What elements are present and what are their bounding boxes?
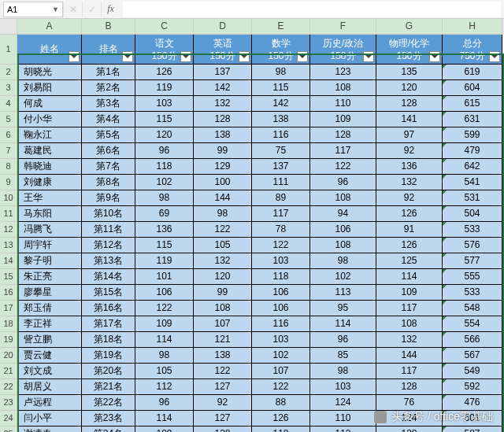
cell-name[interactable]: 卢远程 bbox=[17, 395, 82, 411]
cell-score[interactable]: 548 bbox=[443, 301, 502, 316]
cell-rank[interactable]: 第19名 bbox=[82, 348, 135, 364]
cell-score[interactable]: 96 bbox=[310, 332, 376, 348]
row-header[interactable]: 19 bbox=[0, 332, 17, 348]
cell-score[interactable]: 97 bbox=[376, 127, 443, 143]
cell-score[interactable]: 126 bbox=[376, 238, 443, 253]
cell-score[interactable]: 103 bbox=[252, 253, 310, 269]
cell-score[interactable]: 111 bbox=[252, 175, 310, 190]
cell-score[interactable]: 109 bbox=[135, 426, 194, 432]
cell-score[interactable]: 99 bbox=[194, 285, 252, 301]
cell-name[interactable]: 王华 bbox=[17, 190, 82, 206]
column-title[interactable]: 物理/化学150分 bbox=[376, 35, 443, 65]
cell-name[interactable]: 何成 bbox=[17, 96, 82, 112]
cell-score[interactable]: 107 bbox=[194, 316, 252, 332]
cell-score[interactable]: 108 bbox=[310, 190, 376, 206]
column-header[interactable]: D bbox=[194, 19, 252, 35]
cell-score[interactable]: 88 bbox=[252, 395, 310, 411]
row-header[interactable]: 4 bbox=[0, 96, 17, 112]
column-title[interactable]: 英语150分 bbox=[194, 35, 252, 65]
filter-dropdown-icon[interactable] bbox=[180, 51, 191, 62]
cell-name[interactable]: 鞠永江 bbox=[17, 127, 82, 143]
cell-score[interactable]: 124 bbox=[310, 395, 376, 411]
cell-name[interactable]: 胡居义 bbox=[17, 379, 82, 395]
row-header[interactable]: 5 bbox=[0, 112, 17, 127]
cell-score[interactable]: 105 bbox=[194, 238, 252, 253]
cell-score[interactable]: 144 bbox=[376, 348, 443, 364]
cell-score[interactable]: 102 bbox=[310, 269, 376, 285]
cell-score[interactable]: 128 bbox=[194, 112, 252, 127]
row-header[interactable]: 15 bbox=[0, 269, 17, 285]
cell-score[interactable]: 94 bbox=[310, 206, 376, 222]
cell-score[interactable]: 106 bbox=[252, 301, 310, 316]
cell-score[interactable]: 129 bbox=[194, 159, 252, 175]
cell-rank[interactable]: 第1名 bbox=[82, 65, 135, 80]
cell-score[interactable]: 120 bbox=[135, 127, 194, 143]
cell-score[interactable]: 116 bbox=[252, 316, 310, 332]
cell-name[interactable]: 訾立鹏 bbox=[17, 332, 82, 348]
cell-name[interactable]: 胡晓光 bbox=[17, 65, 82, 80]
filter-dropdown-icon[interactable] bbox=[363, 51, 374, 62]
column-title[interactable]: 历史/政治150分 bbox=[310, 35, 376, 65]
row-header[interactable]: 16 bbox=[0, 285, 17, 301]
cell-score[interactable]: 96 bbox=[135, 395, 194, 411]
cell-score[interactable]: 98 bbox=[135, 348, 194, 364]
cell-name[interactable]: 黎子明 bbox=[17, 253, 82, 269]
cell-score[interactable]: 109 bbox=[376, 285, 443, 301]
cell-score[interactable]: 120 bbox=[376, 80, 443, 96]
cell-score[interactable]: 576 bbox=[443, 238, 502, 253]
row-header[interactable]: 17 bbox=[0, 301, 17, 316]
row-header[interactable]: 14 bbox=[0, 253, 17, 269]
cell-score[interactable]: 114 bbox=[135, 332, 194, 348]
cell-score[interactable]: 137 bbox=[252, 159, 310, 175]
cell-score[interactable]: 142 bbox=[194, 80, 252, 96]
cell-score[interactable]: 476 bbox=[443, 395, 502, 411]
cell-score[interactable]: 109 bbox=[135, 316, 194, 332]
column-header[interactable]: B bbox=[82, 19, 135, 35]
cell-rank[interactable]: 第20名 bbox=[82, 364, 135, 379]
cell-score[interactable]: 117 bbox=[310, 143, 376, 159]
cell-name[interactable]: 朱正亮 bbox=[17, 269, 82, 285]
cell-score[interactable]: 132 bbox=[376, 175, 443, 190]
cell-score[interactable]: 98 bbox=[252, 65, 310, 80]
cell-score[interactable]: 137 bbox=[194, 65, 252, 80]
cell-score[interactable]: 108 bbox=[310, 238, 376, 253]
row-header[interactable]: 25 bbox=[0, 426, 17, 432]
cell-score[interactable]: 101 bbox=[135, 269, 194, 285]
cancel-icon[interactable]: ✕ bbox=[63, 2, 82, 17]
cell-rank[interactable]: 第16名 bbox=[82, 301, 135, 316]
cell-score[interactable]: 75 bbox=[252, 143, 310, 159]
cell-score[interactable]: 114 bbox=[310, 316, 376, 332]
cell-rank[interactable]: 第9名 bbox=[82, 190, 135, 206]
cell-name[interactable]: 马东阳 bbox=[17, 206, 82, 222]
cell-name[interactable]: 葛建民 bbox=[17, 143, 82, 159]
row-header[interactable]: 1 bbox=[0, 35, 17, 65]
cell-score[interactable]: 117 bbox=[376, 301, 443, 316]
column-header[interactable]: E bbox=[252, 19, 310, 35]
cell-score[interactable]: 128 bbox=[376, 379, 443, 395]
column-title[interactable]: 总分750分 bbox=[443, 35, 502, 65]
column-title[interactable]: 姓名 bbox=[17, 35, 82, 65]
row-header[interactable]: 21 bbox=[0, 364, 17, 379]
cell-rank[interactable]: 第18名 bbox=[82, 332, 135, 348]
cell-score[interactable]: 102 bbox=[252, 348, 310, 364]
cell-score[interactable]: 98 bbox=[310, 253, 376, 269]
filter-dropdown-icon[interactable] bbox=[122, 51, 133, 62]
filter-dropdown-icon[interactable] bbox=[69, 51, 80, 62]
cell-score[interactable]: 592 bbox=[443, 379, 502, 395]
cell-score[interactable]: 118 bbox=[252, 426, 310, 432]
cell-score[interactable]: 115 bbox=[135, 238, 194, 253]
cell-rank[interactable]: 第14名 bbox=[82, 269, 135, 285]
cell-name[interactable]: 郑玉倩 bbox=[17, 301, 82, 316]
column-title[interactable]: 语文150分 bbox=[135, 35, 194, 65]
column-title[interactable]: 数学150分 bbox=[252, 35, 310, 65]
cell-name[interactable]: 贾云健 bbox=[17, 348, 82, 364]
column-header[interactable]: A bbox=[17, 19, 82, 35]
cell-score[interactable]: 125 bbox=[376, 253, 443, 269]
cell-name[interactable]: 付小华 bbox=[17, 112, 82, 127]
cell-score[interactable]: 122 bbox=[310, 159, 376, 175]
cell-score[interactable]: 132 bbox=[376, 332, 443, 348]
column-header[interactable]: G bbox=[376, 19, 443, 35]
cell-score[interactable]: 110 bbox=[310, 411, 376, 426]
cell-score[interactable]: 555 bbox=[443, 269, 502, 285]
cell-rank[interactable]: 第4名 bbox=[82, 112, 135, 127]
